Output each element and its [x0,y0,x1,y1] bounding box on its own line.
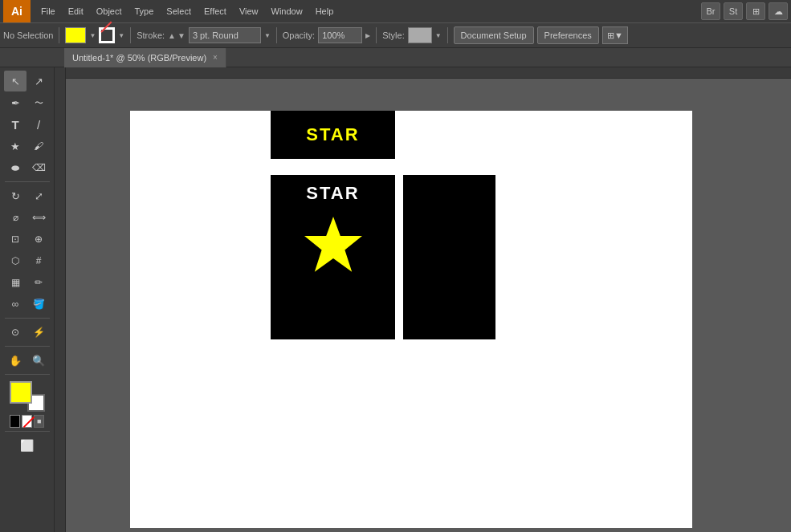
opacity-field[interactable]: 100% [318,27,362,43]
curvature-tool[interactable]: 〜 [27,92,50,113]
tool-row-2: ✒ 〜 [4,92,50,113]
selection-indicator: No Selection [3,30,53,40]
opacity-label: Opacity: [283,30,315,40]
none-swatch[interactable] [22,415,32,428]
menu-help[interactable]: Help [310,4,340,18]
bottom-right-rect[interactable] [403,175,495,339]
eyedropper-tool[interactable]: ✏ [27,272,50,293]
tool-sep-1 [5,181,50,182]
warp-tool[interactable]: ⌀ [4,207,27,228]
gradient-tool[interactable]: ▦ [4,272,27,293]
tool-sep-3 [5,346,50,347]
canvas-content: STAR STAR [66,79,791,532]
tool-row-3: T / [4,114,50,135]
color-swatches-area [10,381,45,412]
eraser-tool[interactable]: ⌫ [27,157,50,178]
tool-row-artboard: ⬜ [16,435,39,456]
stroke-swatch[interactable] [99,27,115,43]
tool-sep-4 [5,374,50,375]
width-tool[interactable]: ⟺ [27,207,50,228]
tab-bar: Untitled-1* @ 50% (RGB/Preview) × [0,48,791,67]
tool-row-4: ★ 🖌 [4,136,50,156]
style-label: Style: [382,30,405,40]
tool-row-8: ⊡ ⊕ [4,229,50,250]
stroke-chevron-icon[interactable]: ▼ [118,32,124,39]
tab-close-button[interactable]: × [213,53,218,62]
stroke-up-icon[interactable]: ▲ [168,31,176,40]
selection-label: No Selection [3,30,53,40]
stroke-weight-field[interactable]: 3 pt. Round [189,27,261,43]
cloud-icon-btn[interactable]: ☁ [769,2,788,20]
direct-select-tool[interactable]: ↗ [27,71,50,91]
left-toolbar: ↖ ↗ ✒ 〜 T / ★ 🖌 ⬬ ⌫ ↻ ⤢ ⌀ ⟺ ⊡ ⊕ [0,67,55,532]
zoom-tool[interactable]: 🔍 [27,350,50,371]
menu-select[interactable]: Select [161,4,197,18]
blend-tool[interactable]: ∞ [4,294,27,315]
fill-chevron-icon[interactable]: ▼ [89,32,96,39]
mesh-tool[interactable]: # [27,250,50,271]
stroke-weight-chevron-icon[interactable]: ▼ [264,32,271,39]
sep3 [276,27,277,43]
document-tab[interactable]: Untitled-1* @ 50% (RGB/Preview) × [64,48,226,67]
slice-tool[interactable]: ⚡ [27,322,50,343]
line-tool[interactable]: / [27,114,50,135]
menu-effect[interactable]: Effect [198,4,232,18]
doc-setup-button[interactable]: Document Setup [454,26,534,44]
artboard-container: STAR STAR [74,95,764,532]
star-shape-tool[interactable]: ★ [4,136,27,156]
live-paint-tool[interactable]: 🪣 [27,294,50,315]
style-swatch[interactable] [408,27,432,43]
top-star-label: STAR [306,124,359,145]
artboard: STAR STAR [130,111,692,528]
bridge-icon-btn[interactable]: Br [701,2,720,20]
artboard-tool[interactable]: ⬜ [16,435,39,456]
lasso-tool[interactable]: ⊙ [4,322,27,343]
stroke-arrows[interactable]: ▲ ▼ [168,31,186,40]
menu-window[interactable]: Window [266,4,308,18]
brush-tool[interactable]: 🖌 [27,136,50,156]
type-tool[interactable]: T [4,114,27,135]
star-svg [301,213,365,278]
stroke-down-icon[interactable]: ▼ [177,31,186,40]
bottom-left-rect[interactable]: STAR [271,175,395,339]
workspace-icon-btn[interactable]: ⊞ [746,2,765,20]
pen-tool[interactable]: ✒ [4,92,27,113]
hand-tool[interactable]: ✋ [4,350,27,371]
opacity-chevron-icon[interactable]: ▶ [365,32,370,39]
star-shape-container [301,213,365,279]
menu-view[interactable]: View [234,4,264,18]
sep1 [59,27,59,43]
canvas-area[interactable]: STAR STAR [55,67,791,532]
shape-builder-tool[interactable]: ⊕ [27,229,50,250]
perspective-tool[interactable]: ⬡ [4,250,27,271]
select-tool[interactable]: ↖ [4,71,27,91]
arrange-button[interactable]: ⊞▼ [602,26,628,44]
tool-row-6: ↻ ⤢ [4,185,50,206]
stroke-none-row: ■ [10,415,45,428]
menu-bar: Ai File Edit Object Type Select Effect V… [0,0,791,22]
blob-brush-tool[interactable]: ⬬ [4,157,27,178]
menu-edit[interactable]: Edit [63,4,89,18]
small-color-swatch[interactable] [10,415,20,428]
main-area: ↖ ↗ ✒ 〜 T / ★ 🖌 ⬬ ⌫ ↻ ⤢ ⌀ ⟺ ⊡ ⊕ [0,67,791,532]
bottom-star-label: STAR [306,183,359,204]
color-section: ■ [10,381,45,428]
menu-icon-area: Br St ⊞ ☁ [701,2,788,20]
sep2 [130,27,131,43]
tool-row-13: ✋ 🔍 [4,350,50,371]
style-chevron-icon[interactable]: ▼ [435,32,442,39]
menu-object[interactable]: Object [91,4,128,18]
tool-row-10: ▦ ✏ [4,272,50,293]
stock-icon-btn[interactable]: St [724,2,743,20]
top-star-rect[interactable]: STAR [271,111,395,159]
menu-file[interactable]: File [35,4,61,18]
stroke-label: Stroke: [137,30,165,40]
foreground-color-swatch[interactable] [10,381,32,404]
fill-swatch[interactable] [65,27,86,43]
rotate-tool[interactable]: ↻ [4,185,27,206]
free-transform-tool[interactable]: ⊡ [4,229,27,250]
scale-tool[interactable]: ⤢ [27,185,50,206]
color-mode-button[interactable]: ■ [34,415,44,428]
menu-type[interactable]: Type [129,4,160,18]
preferences-button[interactable]: Preferences [537,26,599,44]
